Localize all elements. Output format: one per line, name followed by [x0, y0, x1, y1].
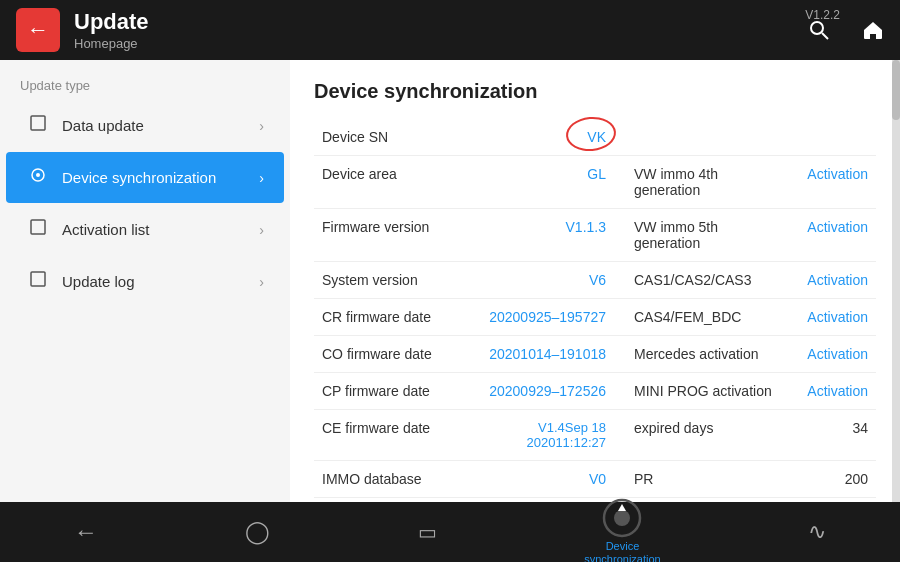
feature-value[interactable]: Activation	[794, 336, 876, 373]
table-row: Device SN VK	[314, 119, 876, 156]
back-arrow-icon: ←	[27, 19, 49, 41]
nav-sync-label: Devicesynchronization	[584, 540, 660, 562]
table-row: CP firmware date 20200929–172526 MINI PR…	[314, 373, 876, 410]
nav-back-icon: ←	[74, 518, 98, 546]
table-row: IMMO database V0 PR 200	[314, 461, 876, 498]
svg-point-0	[811, 22, 823, 34]
update-log-icon	[26, 270, 50, 293]
sidebar-item-label: Update log	[62, 273, 259, 290]
row-value: V0	[474, 461, 614, 498]
app-title: Update	[74, 9, 149, 35]
feature-value[interactable]: Activation	[794, 299, 876, 336]
home-button[interactable]	[846, 0, 900, 60]
sidebar-item-label: Activation list	[62, 221, 259, 238]
content-area: Device synchronization Device SN VK	[290, 60, 900, 502]
sidebar-item-activation-list[interactable]: Activation list ›	[6, 204, 284, 255]
row-value: 20200925–195727	[474, 299, 614, 336]
top-icons	[792, 0, 900, 60]
feature-label: PR	[614, 461, 794, 498]
nav-chart-button[interactable]: ∿	[792, 502, 842, 562]
feature-value[interactable]: Activation	[794, 209, 876, 262]
sn-value: VK	[587, 129, 606, 145]
feature-label: MINI PROG activation	[614, 373, 794, 410]
row-value: GL	[474, 156, 614, 209]
sidebar-section-label: Update type	[0, 70, 290, 99]
row-value: V1.1.3	[474, 209, 614, 262]
scrollbar-thumb[interactable]	[892, 60, 900, 120]
row-label: CE firmware date	[314, 410, 474, 461]
row-label: System version	[314, 262, 474, 299]
nav-recents-icon: ▭	[418, 520, 437, 544]
feature-value: 200	[794, 461, 876, 498]
svg-line-1	[822, 33, 828, 39]
app-subtitle: Homepage	[74, 36, 149, 51]
data-update-icon	[26, 114, 50, 137]
nav-recents-button[interactable]: ▭	[402, 502, 453, 562]
activation-list-icon	[26, 218, 50, 241]
table-row: Firmware version V1.1.3 VW immo 5th gene…	[314, 209, 876, 262]
feature-label: CAS4/FEM_BDC	[614, 299, 794, 336]
sidebar-item-device-sync[interactable]: Device synchronization ›	[6, 152, 284, 203]
bottom-bar: ← ◯ ▭ Devicesynchronization ∿	[0, 502, 900, 562]
sidebar-item-update-log[interactable]: Update log ›	[6, 256, 284, 307]
row-label: Firmware version	[314, 209, 474, 262]
svg-marker-9	[618, 504, 626, 511]
feature-label: Mercedes activation	[614, 336, 794, 373]
nav-sync-button[interactable]: Devicesynchronization	[568, 502, 676, 562]
back-button[interactable]: ←	[16, 8, 60, 52]
nav-chart-icon: ∿	[808, 519, 826, 545]
row-value: 20200929–172526	[474, 373, 614, 410]
feature-label: VW immo 4th generation	[614, 156, 794, 209]
svg-rect-6	[31, 272, 45, 286]
row-label: CR firmware date	[314, 299, 474, 336]
sidebar-item-label: Data update	[62, 117, 259, 134]
scrollbar-track[interactable]	[892, 60, 900, 502]
search-button[interactable]	[792, 0, 846, 60]
sn-container: VK	[587, 129, 606, 145]
feature-value[interactable]: Activation	[794, 156, 876, 209]
device-sync-icon	[26, 166, 50, 189]
nav-home-button[interactable]: ◯	[229, 502, 286, 562]
feature-label	[614, 119, 794, 156]
chevron-right-icon: ›	[259, 274, 264, 290]
row-label: CP firmware date	[314, 373, 474, 410]
feature-label: VW immo 5th generation	[614, 209, 794, 262]
sidebar-item-label: Device synchronization	[62, 169, 259, 186]
feature-label: expired days	[614, 410, 794, 461]
row-value: V6	[474, 262, 614, 299]
row-label: CO firmware date	[314, 336, 474, 373]
chevron-right-icon: ›	[259, 222, 264, 238]
top-title-area: Update Homepage	[74, 9, 149, 50]
feature-label: CAS1/CAS2/CAS3	[614, 262, 794, 299]
table-row: System version V6 CAS1/CAS2/CAS3 Activat…	[314, 262, 876, 299]
chevron-right-icon: ›	[259, 118, 264, 134]
svg-rect-5	[31, 220, 45, 234]
svg-point-4	[36, 173, 40, 177]
row-label: Device area	[314, 156, 474, 209]
row-value: V1.4Sep 18 202011:12:27	[474, 410, 614, 461]
chevron-right-icon: ›	[259, 170, 264, 186]
row-value: VK	[474, 119, 614, 156]
feature-value: 34	[794, 410, 876, 461]
svg-rect-2	[31, 116, 45, 130]
sync-circle	[602, 498, 642, 538]
table-row: CO firmware date 20201014–191018 Mercede…	[314, 336, 876, 373]
table-row: CE firmware date V1.4Sep 18 202011:12:27…	[314, 410, 876, 461]
row-label: IMMO database	[314, 461, 474, 498]
table-row: CR firmware date 20200925–195727 CAS4/FE…	[314, 299, 876, 336]
main-layout: Update type Data update › Device synchro…	[0, 60, 900, 502]
sidebar-item-data-update[interactable]: Data update ›	[6, 100, 284, 151]
nav-home-icon: ◯	[245, 519, 270, 545]
feature-value[interactable]: Activation	[794, 373, 876, 410]
nav-back-button[interactable]: ←	[58, 502, 114, 562]
row-label: Device SN	[314, 119, 474, 156]
feature-value	[794, 119, 876, 156]
sync-table: Device SN VK Device area GL VW immo 4th …	[314, 119, 876, 502]
row-value: 20201014–191018	[474, 336, 614, 373]
top-bar: ← Update Homepage V1.2.2	[0, 0, 900, 60]
feature-value[interactable]: Activation	[794, 262, 876, 299]
svg-point-8	[614, 510, 630, 526]
sidebar: Update type Data update › Device synchro…	[0, 60, 290, 502]
content-title: Device synchronization	[314, 80, 876, 103]
table-row: Device area GL VW immo 4th generation Ac…	[314, 156, 876, 209]
